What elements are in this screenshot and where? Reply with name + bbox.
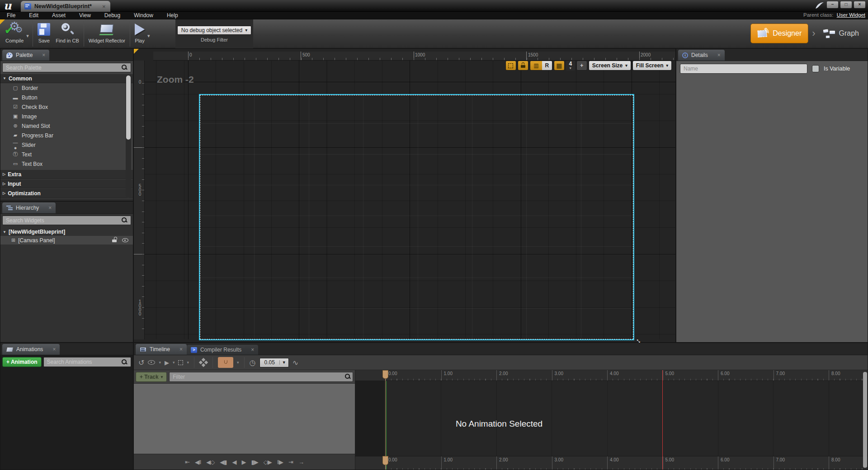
tab-compiler-results[interactable]: > Compiler Results × — [187, 345, 258, 355]
playback-options-icon[interactable]: ▶ — [165, 359, 169, 366]
playback-button[interactable]: ▮▶ — [250, 459, 260, 465]
widget-canvas-outline[interactable] — [199, 94, 634, 340]
playback-button[interactable]: ◀◇ — [204, 459, 216, 465]
playback-button[interactable]: ‖▶ — [275, 459, 285, 465]
playback-button[interactable]: → — [297, 459, 306, 465]
selection-outline-toggle[interactable] — [505, 61, 516, 70]
curve-editor-icon[interactable]: ∿ — [292, 358, 298, 367]
palette-item[interactable]: —● Slider — [0, 140, 133, 150]
lock-toggle[interactable] — [518, 61, 528, 70]
menu-item[interactable]: Window — [127, 12, 160, 19]
graph-mode-button[interactable]: Graph — [819, 24, 863, 43]
menu-item[interactable]: Edit — [22, 12, 45, 19]
close-icon[interactable]: × — [179, 346, 183, 352]
palette-scrollbar[interactable] — [126, 75, 131, 198]
save-button[interactable]: Save — [35, 21, 53, 44]
debug-object-dropdown[interactable]: No debug object selected — [177, 26, 251, 35]
close-icon[interactable]: × — [52, 346, 56, 352]
palette-item[interactable]: ▭ Text Box — [0, 159, 133, 169]
widget-reflector-button[interactable]: Widget Reflector — [86, 21, 128, 44]
palette-item[interactable]: Ⓣ Text — [0, 150, 133, 159]
hierarchy-root-item[interactable]: [NewWidgetBlueprint] — [0, 227, 133, 236]
time-ruler-bottom[interactable]: 0.001.002.003.004.005.006.007.008.00 — [355, 456, 868, 470]
is-variable-checkbox[interactable] — [812, 65, 819, 72]
compile-button[interactable]: ⚙⚙✔ Compile — [3, 21, 26, 44]
add-animation-button[interactable]: + Animation — [2, 357, 42, 367]
playback-button[interactable]: ◀ — [231, 459, 238, 465]
menu-item[interactable]: Asset — [45, 12, 72, 19]
grid-size-dropdown[interactable]: 4 — [566, 61, 575, 70]
palette-section-header[interactable]: Input — [0, 179, 133, 188]
minimize-button[interactable]: – — [827, 1, 838, 8]
time-ruler-top[interactable]: 0.001.002.003.004.005.006.007.008.00 — [355, 370, 868, 381]
find-in-cb-button[interactable]: Find in CB — [53, 21, 81, 44]
palette-item[interactable]: ▣ Image — [0, 112, 133, 121]
palette-section-header[interactable]: Panel — [0, 198, 133, 201]
compile-options-caret[interactable] — [26, 34, 31, 39]
designer-mode-button[interactable]: ✎ Designer — [750, 24, 808, 43]
playback-button[interactable]: ◀▮ — [218, 459, 228, 465]
playback-button[interactable]: ▶ — [240, 459, 248, 465]
animations-search-input[interactable] — [43, 357, 131, 367]
scrollbar-thumb[interactable] — [126, 75, 131, 140]
menu-item[interactable]: Help — [160, 12, 185, 19]
snap-interval-dropdown[interactable]: 0.05 ▼ — [259, 358, 289, 367]
playback-button[interactable]: ◀‖ — [193, 459, 203, 465]
playhead-scrubber-bottom[interactable] — [382, 456, 388, 465]
tab-hierarchy[interactable]: Hierarchy × — [2, 202, 56, 213]
view-options-eye-icon[interactable] — [148, 360, 155, 365]
palette-item[interactable]: ▬ Button — [0, 93, 133, 102]
rotate-mode-button[interactable]: R — [542, 61, 552, 70]
close-icon[interactable]: × — [251, 347, 254, 353]
palette-item[interactable]: ▰ Progress Bar — [0, 131, 133, 140]
tab-close-icon[interactable]: × — [102, 3, 106, 10]
palette-section-common[interactable]: Common — [0, 74, 133, 83]
caret-down-icon[interactable]: ▾ — [159, 360, 161, 365]
close-icon[interactable]: × — [717, 52, 721, 58]
feedback-feather-icon[interactable] — [815, 1, 825, 10]
palette-section-header[interactable]: Optimization — [0, 189, 133, 198]
play-button[interactable]: Play — [132, 21, 147, 44]
refresh-icon[interactable]: ↺ — [138, 358, 144, 367]
close-icon[interactable]: × — [48, 205, 52, 211]
timeline-track-area[interactable]: 0.001.002.003.004.005.006.007.008.00 No … — [355, 370, 868, 470]
palette-item[interactable]: ⊛ Named Slot — [0, 121, 133, 131]
palette-search-input[interactable] — [2, 63, 131, 72]
tab-animations[interactable]: Animations × — [2, 344, 60, 355]
tab-palette[interactable]: Palette × — [2, 50, 49, 61]
maximize-button[interactable]: □ — [840, 1, 852, 8]
time-snap-clock-icon[interactable]: ◷ — [250, 358, 256, 367]
keyframe-all-icon[interactable] — [199, 358, 208, 367]
close-icon[interactable]: × — [42, 52, 45, 58]
playback-button[interactable]: ⇥ — [287, 459, 295, 465]
asset-tab[interactable]: NewWidgetBlueprint* × — [21, 1, 110, 12]
select-edit-options-icon[interactable] — [178, 360, 183, 365]
tab-details[interactable]: i Details × — [678, 50, 725, 61]
palette-item[interactable]: ▢ Border — [0, 83, 133, 93]
timeline-scrollbar[interactable] — [863, 372, 867, 468]
hierarchy-canvas-panel-item[interactable]: ⊞ [Canvas Panel] — [0, 236, 133, 244]
close-button[interactable]: × — [854, 1, 865, 8]
tab-timeline[interactable]: Timeline × — [136, 344, 187, 355]
hierarchy-search-input[interactable] — [2, 216, 131, 225]
screen-size-dropdown[interactable]: Screen Size — [589, 61, 631, 70]
menu-item[interactable]: File — [0, 12, 22, 19]
track-filter-input[interactable] — [169, 372, 353, 382]
menu-item[interactable]: Debug — [98, 12, 127, 19]
add-track-button[interactable]: + Track — [136, 372, 167, 382]
timeline-body[interactable]: No Animation Selected — [355, 381, 868, 456]
layout-mode-button[interactable]: ▥ — [530, 61, 542, 70]
palette-section-header[interactable]: Extra — [0, 170, 133, 179]
localization-preview-button[interactable]: + — [576, 61, 587, 70]
menu-item[interactable]: View — [72, 12, 98, 19]
playhead-scrubber[interactable] — [382, 370, 388, 379]
playback-button[interactable]: ◇▶ — [262, 459, 274, 465]
fill-screen-dropdown[interactable]: Fill Screen — [632, 61, 672, 70]
unlock-icon[interactable] — [112, 238, 117, 242]
playback-button[interactable]: ⇤ — [183, 459, 191, 465]
visibility-eye-icon[interactable] — [122, 238, 128, 242]
grid-snap-toggle[interactable]: ▦ — [554, 61, 565, 70]
snap-magnet-button[interactable]: ∩ — [218, 357, 233, 368]
palette-item[interactable]: ☑ Check Box — [0, 102, 133, 112]
caret-down-icon[interactable]: ▾ — [187, 360, 189, 365]
